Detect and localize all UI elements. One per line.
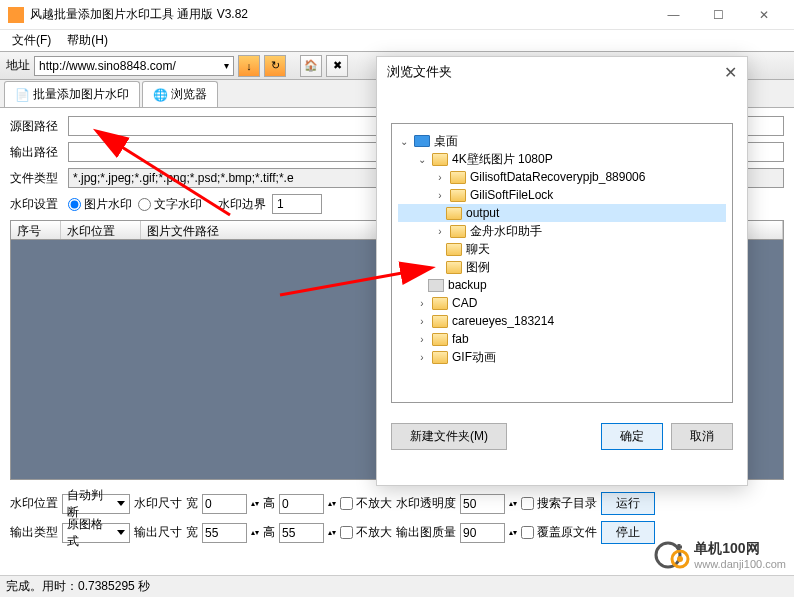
spinner-icon[interactable]: ▴▾	[328, 528, 336, 537]
home-button[interactable]: 🏠	[300, 55, 322, 77]
wm-width-input[interactable]	[202, 494, 247, 514]
printer-icon	[428, 279, 444, 292]
spinner-icon[interactable]: ▴▾	[328, 499, 336, 508]
tree-item[interactable]: ›GilisoftDataRecoverypjb_889006	[398, 168, 726, 186]
refresh-button[interactable]: ↻	[264, 55, 286, 77]
tree-item[interactable]: ⌄4K壁纸图片 1080P	[398, 150, 726, 168]
titlebar: 风越批量添加图片水印工具 通用版 V3.82 — ☐ ✕	[0, 0, 794, 30]
expand-icon[interactable]: ›	[416, 351, 428, 363]
h-label2: 高	[263, 524, 275, 541]
col-seq: 序号	[11, 221, 61, 239]
spinner-icon[interactable]: ▴▾	[251, 528, 259, 537]
tree-item[interactable]: ›GiliSoftFileLock	[398, 186, 726, 204]
address-label: 地址	[6, 57, 30, 74]
out-height-input[interactable]	[279, 523, 324, 543]
h-label: 高	[263, 495, 275, 512]
desktop-icon	[414, 135, 430, 147]
out-width-input[interactable]	[202, 523, 247, 543]
outtype-select[interactable]: 原图格式	[62, 523, 130, 543]
tree-item[interactable]: ›CAD	[398, 294, 726, 312]
watermark-icon: 📄	[15, 88, 29, 102]
dialog-titlebar: 浏览文件夹 ✕	[377, 57, 747, 87]
tree-item[interactable]: ›careueyes_183214	[398, 312, 726, 330]
wmpos-select[interactable]: 自动判断	[62, 494, 130, 514]
cancel-button[interactable]: 取消	[671, 423, 733, 450]
chk-no-enlarge-1[interactable]: 不放大	[340, 495, 392, 512]
stop-button[interactable]: 停止	[601, 521, 655, 544]
menu-help[interactable]: 帮助(H)	[59, 30, 116, 51]
tab-watermark-label: 批量添加图片水印	[33, 86, 129, 103]
menubar: 文件(F) 帮助(H)	[0, 30, 794, 52]
wmborder-input[interactable]	[272, 194, 322, 214]
expand-icon[interactable]: ›	[434, 171, 446, 183]
tree-item[interactable]: ›fab	[398, 330, 726, 348]
folder-icon	[446, 207, 462, 220]
folder-icon	[450, 225, 466, 238]
page-watermark: 单机100网 www.danji100.com	[654, 537, 786, 573]
radio-image-watermark[interactable]: 图片水印	[68, 196, 132, 213]
dialog-close-button[interactable]: ✕	[724, 63, 737, 82]
folder-icon	[450, 171, 466, 184]
close-button[interactable]: ✕	[741, 1, 786, 29]
app-icon	[8, 7, 24, 23]
tab-browser[interactable]: 🌐 浏览器	[142, 81, 218, 107]
chk-no-enlarge-2[interactable]: 不放大	[340, 524, 392, 541]
dialog-title: 浏览文件夹	[387, 63, 452, 81]
tree-item[interactable]: ›金舟水印助手	[398, 222, 726, 240]
browse-folder-dialog: 浏览文件夹 ✕ ⌄桌面 ⌄4K壁纸图片 1080P ›GilisoftDataR…	[376, 56, 748, 486]
tree-item[interactable]: backup	[398, 276, 726, 294]
col-pos: 水印位置	[61, 221, 141, 239]
run-button[interactable]: 运行	[601, 492, 655, 515]
wmborder-label: 水印边界	[218, 196, 266, 213]
collapse-icon[interactable]: ⌄	[398, 135, 410, 147]
menu-file[interactable]: 文件(F)	[4, 30, 59, 51]
newfolder-button[interactable]: 新建文件夹(M)	[391, 423, 507, 450]
spinner-icon[interactable]: ▴▾	[509, 528, 517, 537]
expand-icon[interactable]: ›	[434, 189, 446, 201]
tab-browser-label: 浏览器	[171, 86, 207, 103]
tree-item[interactable]: ›GIF动画	[398, 348, 726, 366]
stop-nav-button[interactable]: ✖	[326, 55, 348, 77]
spinner-icon[interactable]: ▴▾	[509, 499, 517, 508]
expand-icon[interactable]: ›	[416, 333, 428, 345]
tree-item[interactable]: 图例	[398, 258, 726, 276]
tree-item-selected[interactable]: output	[398, 204, 726, 222]
opacity-label: 水印透明度	[396, 495, 456, 512]
expand-icon[interactable]: ›	[416, 297, 428, 309]
url-input[interactable]: http://www.sino8848.com/ ▾	[34, 56, 234, 76]
statusbar: 完成。用时：0.7385295 秒	[0, 575, 794, 597]
minimize-button[interactable]: —	[651, 1, 696, 29]
folder-tree[interactable]: ⌄桌面 ⌄4K壁纸图片 1080P ›GilisoftDataRecoveryp…	[391, 123, 733, 403]
expand-icon[interactable]: ›	[434, 225, 446, 237]
folder-icon	[432, 333, 448, 346]
folder-icon	[432, 297, 448, 310]
folder-icon	[432, 153, 448, 166]
tab-watermark[interactable]: 📄 批量添加图片水印	[4, 81, 140, 107]
wm-height-input[interactable]	[279, 494, 324, 514]
watermark-logo-icon	[654, 537, 690, 573]
tree-desktop[interactable]: ⌄桌面	[398, 132, 726, 150]
outtype-label: 输出类型	[10, 524, 58, 541]
url-value: http://www.sino8848.com/	[39, 59, 176, 73]
wmpos-label: 水印位置	[10, 495, 58, 512]
expand-icon[interactable]: ›	[416, 315, 428, 327]
w-label2: 宽	[186, 524, 198, 541]
tree-item[interactable]: 聊天	[398, 240, 726, 258]
ok-button[interactable]: 确定	[601, 423, 663, 450]
radio-text-watermark[interactable]: 文字水印	[138, 196, 202, 213]
w-label: 宽	[186, 495, 198, 512]
collapse-icon[interactable]: ⌄	[416, 153, 428, 165]
maximize-button[interactable]: ☐	[696, 1, 741, 29]
folder-icon	[446, 243, 462, 256]
dialog-buttons: 新建文件夹(M) 确定 取消	[377, 413, 747, 460]
status-text: 完成。用时：0.7385295 秒	[6, 578, 150, 595]
go-button[interactable]: ↓	[238, 55, 260, 77]
chk-overwrite[interactable]: 覆盖原文件	[521, 524, 597, 541]
opacity-input[interactable]	[460, 494, 505, 514]
spinner-icon[interactable]: ▴▾	[251, 499, 259, 508]
quality-label: 输出图质量	[396, 524, 456, 541]
chk-search-sub[interactable]: 搜索子目录	[521, 495, 597, 512]
folder-icon	[432, 315, 448, 328]
browser-icon: 🌐	[153, 88, 167, 102]
quality-input[interactable]	[460, 523, 505, 543]
